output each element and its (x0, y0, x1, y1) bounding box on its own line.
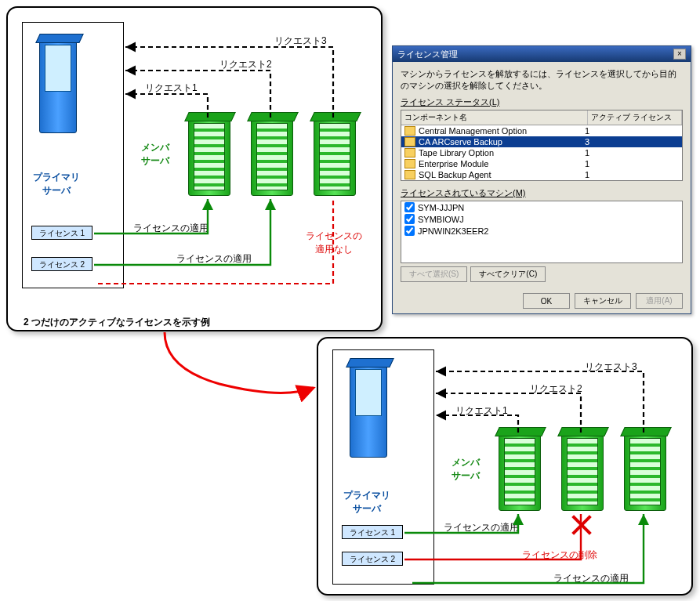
dialog-titlebar: ライセンス管理 × (393, 46, 691, 62)
member-server-label: メンバ サーバ (452, 456, 480, 483)
member-server-2-icon (561, 433, 604, 511)
close-icon[interactable]: × (673, 49, 686, 60)
primary-server-label: プライマリ サーバ (33, 171, 80, 197)
machine-row[interactable]: SYM-JJJPN (401, 201, 682, 213)
request-3-label: リクエスト3 (585, 360, 637, 374)
machine-row[interactable]: SYMBIOWJ (401, 213, 682, 225)
delete-label: ライセンスの削除 (522, 549, 597, 562)
member-server-label: メンバ サーバ (141, 141, 169, 168)
primary-server-icon (350, 364, 387, 458)
license-2-badge: ライセンス 2 (342, 552, 403, 566)
folder-icon (404, 137, 415, 147)
cross-icon (571, 514, 593, 536)
status-label: ライセンス ステータス(L) (401, 96, 683, 108)
member-server-2-icon (251, 118, 293, 196)
machine-checkbox[interactable] (404, 202, 415, 212)
select-all-button[interactable]: すべて選択(S) (401, 266, 467, 282)
request-1-label: リクエスト1 (455, 404, 508, 418)
machine-checkbox[interactable] (404, 226, 415, 236)
col-component: コンポーネント名 (401, 110, 588, 125)
list-header: コンポーネント名 アクティブ ライセンス (401, 110, 682, 125)
list-row[interactable]: CA ARCserve Backup3 (401, 136, 682, 147)
machines-label: ライセンスされているマシン(M) (401, 187, 683, 199)
top-caption: 2 つだけのアクティブなライセンスを示す例 (24, 316, 210, 329)
component-list[interactable]: コンポーネント名 アクティブ ライセンス Central Management … (401, 110, 683, 181)
member-server-3-icon (624, 433, 666, 511)
ok-button[interactable]: OK (523, 293, 570, 309)
apply-button[interactable]: 適用(A) (636, 293, 683, 309)
license-2-badge: ライセンス 2 (31, 257, 92, 271)
folder-icon (404, 126, 415, 136)
primary-server-label: プライマリ サーバ (343, 489, 390, 516)
machine-checkbox[interactable] (404, 214, 415, 224)
primary-server-icon (39, 39, 77, 133)
apply-2-label: ライセンスの適用 (176, 252, 252, 266)
license-1-badge: ライセンス 1 (31, 226, 92, 240)
member-server-1-icon (499, 433, 541, 511)
request-1-label: リクエスト1 (145, 81, 198, 95)
dialog-instruction: マシンからライセンスを解放するには、ライセンスを選択してから目的のマシンの選択を… (401, 68, 683, 92)
cancel-button[interactable]: キャンセル (575, 293, 631, 309)
member-server-1-icon (188, 118, 230, 196)
member-server-3-icon (314, 118, 356, 196)
apply-2-label: ライセンスの適用 (553, 572, 629, 585)
license-dialog: ライセンス管理 × マシンからライセンスを解放するには、ライセンスを選択してから… (392, 45, 691, 314)
request-2-label: リクエスト2 (530, 382, 582, 396)
clear-all-button[interactable]: すべてクリア(C) (470, 266, 546, 282)
col-active: アクティブ ライセンス (588, 110, 682, 125)
machines-list[interactable]: SYM-JJJPN SYMBIOWJ JPNWIN2K3EER2 (401, 201, 683, 263)
request-2-label: リクエスト2 (219, 58, 272, 71)
list-row[interactable]: Tape Library Option1 (401, 147, 682, 158)
bottom-diagram-panel: プライマリ サーバ メンバ サーバ リクエスト1 リクエスト2 リクエスト3 ラ… (317, 337, 693, 596)
folder-icon (404, 159, 415, 168)
list-row[interactable]: Central Management Option1 (401, 125, 682, 136)
folder-icon (404, 170, 415, 179)
top-diagram-panel: プライマリ サーバ メンバ サーバ リクエスト1 リクエスト2 リクエスト3 ラ… (6, 6, 383, 331)
dialog-title: ライセンス管理 (397, 49, 458, 60)
apply-1-label: ライセンスの適用 (133, 222, 209, 235)
folder-icon (404, 148, 415, 157)
no-apply-label: ライセンスの 適用なし (306, 230, 362, 256)
license-1-badge: ライセンス 1 (342, 525, 403, 539)
apply-1-label: ライセンスの適用 (444, 521, 519, 534)
list-row[interactable]: Enterprise Module1 (401, 158, 682, 169)
machine-row[interactable]: JPNWIN2K3EER2 (401, 225, 682, 237)
list-row[interactable]: SQL Backup Agent1 (401, 169, 682, 180)
request-3-label: リクエスト3 (274, 34, 327, 48)
